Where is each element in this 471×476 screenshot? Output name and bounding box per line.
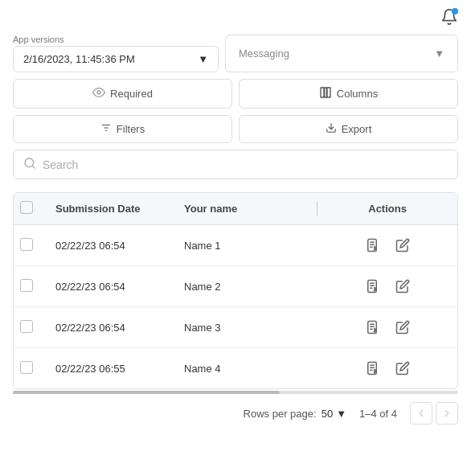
export-label: Export xyxy=(342,123,372,135)
required-columns-row: Required Columns xyxy=(13,79,458,109)
svg-rect-1 xyxy=(321,88,324,97)
row-1-checkbox[interactable] xyxy=(20,238,33,251)
top-bar xyxy=(0,0,471,31)
messaging-dropdown[interactable]: Messaging ▼ xyxy=(225,35,458,72)
table-row: 02/22/23 06:54 Name 3 xyxy=(14,307,457,348)
row-4-date: 02/22/23 06:55 xyxy=(46,348,174,389)
select-all-checkbox[interactable] xyxy=(20,201,33,214)
rows-per-page-section: Rows per page: 50 ▼ xyxy=(244,408,346,420)
version-value: 2/16/2023, 11:45:36 PM xyxy=(23,53,135,65)
header-your-name: Your name xyxy=(174,193,317,225)
previous-page-button[interactable] xyxy=(410,402,432,425)
notification-bell-icon[interactable] xyxy=(440,8,458,28)
header-actions: Actions xyxy=(317,193,457,225)
scrollbar-thumb[interactable] xyxy=(13,391,280,394)
filters-export-row: Filters Export xyxy=(13,115,458,143)
export-icon xyxy=(326,122,337,136)
table-row: 02/22/23 06:54 Name 2 xyxy=(14,266,457,307)
pagination-buttons xyxy=(410,402,458,425)
row-2-edit-icon[interactable] xyxy=(392,276,413,297)
pagination-info: 1–4 of 4 xyxy=(359,408,397,420)
row-1-checkbox-cell xyxy=(14,225,46,266)
columns-label: Columns xyxy=(337,88,378,100)
row-4-checkbox[interactable] xyxy=(20,361,33,374)
svg-line-9 xyxy=(32,166,35,168)
row-3-name: Name 3 xyxy=(174,307,317,348)
columns-button[interactable]: Columns xyxy=(239,79,458,109)
row-1-date: 02/22/23 06:54 xyxy=(46,225,174,266)
row-3-checkbox[interactable] xyxy=(20,320,33,333)
table-footer: Rows per page: 50 ▼ 1–4 of 4 xyxy=(0,394,471,433)
messaging-chevron-icon: ▼ xyxy=(434,47,444,60)
row-4-actions-cell xyxy=(317,348,457,389)
svg-point-0 xyxy=(97,91,100,94)
row-2-checkbox[interactable] xyxy=(20,279,33,292)
row-1-edit-icon[interactable] xyxy=(392,235,413,256)
svg-rect-2 xyxy=(325,88,327,97)
filter-icon xyxy=(100,122,112,136)
table-header-row: Submission Date Your name Actions xyxy=(14,193,457,225)
version-chevron-icon: ▼ xyxy=(198,53,208,65)
row-1-name: Name 1 xyxy=(174,225,317,266)
search-container xyxy=(13,150,458,179)
version-dropdown[interactable]: 2/16/2023, 11:45:36 PM ▼ xyxy=(13,46,219,72)
header-checkbox-col xyxy=(14,193,46,225)
row-2-checkbox-cell xyxy=(14,266,46,307)
row-4-edit-icon[interactable] xyxy=(392,358,413,379)
data-table-container: Submission Date Your name Actions 02/22/… xyxy=(13,192,458,389)
rows-per-page-dropdown[interactable]: 50 ▼ xyxy=(322,408,346,420)
row-4-name: Name 4 xyxy=(174,348,317,389)
row-1-actions-cell xyxy=(317,225,457,266)
row-3-edit-icon[interactable] xyxy=(392,317,413,338)
row-2-actions-cell xyxy=(317,266,457,307)
header-submission-date: Submission Date xyxy=(46,193,174,225)
version-selector-wrapper: App versions 2/16/2023, 11:45:36 PM ▼ xyxy=(13,35,219,72)
row-4-checkbox-cell xyxy=(14,348,46,389)
filters-button[interactable]: Filters xyxy=(13,115,232,143)
row-2-view-icon[interactable] xyxy=(362,276,383,297)
rows-per-page-value: 50 xyxy=(322,408,333,420)
filters-label: Filters xyxy=(117,123,145,135)
row-4-view-icon[interactable] xyxy=(362,358,383,379)
table-body: 02/22/23 06:54 Name 1 xyxy=(14,225,457,389)
notification-dot xyxy=(452,8,458,14)
search-input[interactable] xyxy=(43,158,448,171)
search-icon xyxy=(23,157,36,172)
row-2-name: Name 2 xyxy=(174,266,317,307)
data-table: Submission Date Your name Actions 02/22/… xyxy=(14,193,457,388)
eye-icon xyxy=(92,86,105,101)
controls-section: App versions 2/16/2023, 11:45:36 PM ▼ Me… xyxy=(0,31,471,192)
version-label: App versions xyxy=(13,35,219,44)
row-3-date: 02/22/23 06:54 xyxy=(46,307,174,348)
rows-per-page-label: Rows per page: xyxy=(244,408,317,420)
row-2-date: 02/22/23 06:54 xyxy=(46,266,174,307)
messaging-label: Messaging xyxy=(239,47,289,60)
row-3-view-icon[interactable] xyxy=(362,317,383,338)
next-page-button[interactable] xyxy=(436,402,458,425)
required-button[interactable]: Required xyxy=(13,79,232,109)
export-button[interactable]: Export xyxy=(239,115,458,143)
row-3-checkbox-cell xyxy=(14,307,46,348)
row-3-actions-cell xyxy=(317,307,457,348)
rows-per-page-chevron-icon: ▼ xyxy=(336,408,346,420)
table-row: 02/22/23 06:55 Name 4 xyxy=(14,348,457,389)
columns-icon xyxy=(319,86,332,101)
horizontal-scrollbar[interactable] xyxy=(13,391,458,394)
row-1-view-icon[interactable] xyxy=(362,235,383,256)
table-row: 02/22/23 06:54 Name 1 xyxy=(14,225,457,266)
search-wrapper xyxy=(13,150,458,179)
svg-rect-3 xyxy=(327,88,330,97)
required-label: Required xyxy=(110,88,153,100)
version-messaging-row: App versions 2/16/2023, 11:45:36 PM ▼ Me… xyxy=(13,35,458,72)
